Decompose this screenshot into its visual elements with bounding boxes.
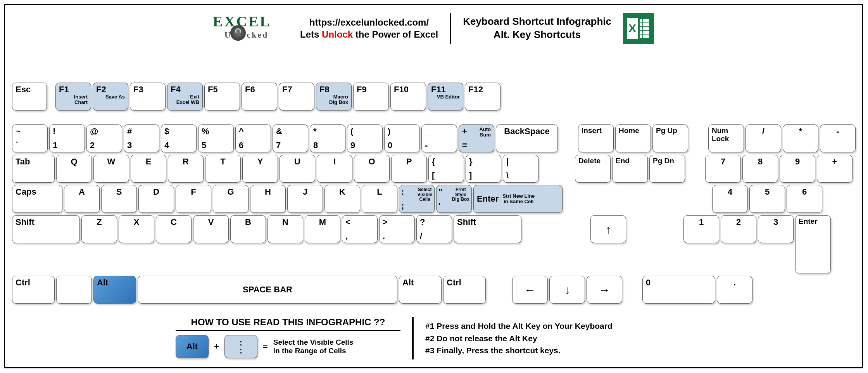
key-quote: "' Frmt Style Dlg Box	[436, 185, 472, 213]
key-a: A	[64, 185, 100, 213]
key-backslash: |\	[503, 155, 538, 183]
key-3: #3	[124, 124, 159, 152]
example-plus: +	[214, 342, 219, 352]
lock-icon	[230, 25, 246, 41]
row-home: Caps A S D F G H J K L :; Select Visible…	[12, 185, 857, 213]
key-pgup: Pg Up	[652, 124, 688, 152]
key-q: Q	[56, 155, 92, 183]
row-ctrl: Ctrl Alt SPACE BAR Alt Ctrl ← ↓ → 0 .	[12, 276, 857, 304]
key-f2: F2Save As	[93, 83, 128, 111]
key-x: X	[119, 215, 154, 243]
infographic-frame: EXCEL Unlocked https://excelunlocked.com…	[4, 4, 863, 368]
key-arrow-left: ←	[512, 276, 548, 304]
key-shift-left: Shift	[12, 215, 80, 243]
key-dash: _-	[421, 124, 457, 152]
keyboard: Esc F1Insert Chart F2Save As F3 F4Exit E…	[12, 83, 857, 306]
key-num-dot: .	[717, 276, 752, 304]
key-tab: Tab	[12, 155, 55, 183]
key-v: V	[193, 215, 229, 243]
key-p: P	[391, 155, 427, 183]
key-shift-right: Shift	[454, 215, 521, 243]
key-y: Y	[242, 155, 278, 183]
excel-icon-x: X	[627, 18, 638, 39]
key-num-6: 6	[787, 185, 822, 213]
key-num-5: 5	[749, 185, 785, 213]
key-f4: F4Exit Excel WB	[167, 83, 203, 111]
key-7: &7	[273, 124, 308, 152]
key-b: B	[230, 215, 266, 243]
key-f12: F12	[465, 83, 500, 111]
key-alt-right: Alt	[399, 276, 442, 304]
excel-icon-sheet	[638, 18, 650, 39]
key-num-8: 8	[742, 155, 778, 183]
key-num-minus: -	[820, 124, 856, 152]
row-numbers: ~` !1 @2 #3 $4 %5 ^6 &7 *8 (9 )0 _- +Aut…	[12, 124, 857, 152]
key-8: *8	[310, 124, 345, 152]
key-caps: Caps	[12, 185, 62, 213]
row-function: Esc F1Insert Chart F2Save As F3 F4Exit E…	[12, 83, 857, 111]
key-tilde: ~`	[12, 124, 48, 152]
key-spacebar: SPACE BAR	[138, 276, 397, 304]
key-d: D	[138, 185, 174, 213]
key-r: R	[168, 155, 204, 183]
title-block: Keyboard Shortcut Infographic Alt. Key S…	[463, 15, 611, 41]
title-line2: Alt. Key Shortcuts	[463, 28, 611, 41]
key-u: U	[280, 155, 315, 183]
key-insert: Insert	[578, 124, 614, 152]
key-f9: F9	[353, 83, 389, 111]
key-numlock: Num Lock	[708, 124, 744, 152]
key-f6: F6	[242, 83, 277, 111]
key-enter: Enter Strt New Line in Same Cell	[473, 185, 563, 213]
key-9: (9	[347, 124, 383, 152]
key-num-2: 2	[721, 215, 756, 243]
key-m: M	[305, 215, 340, 243]
key-ctrl-left: Ctrl	[12, 276, 55, 304]
key-c: C	[156, 215, 192, 243]
key-5: %5	[198, 124, 234, 152]
key-f: F	[176, 185, 211, 213]
key-l: L	[362, 185, 397, 213]
key-z: Z	[81, 215, 117, 243]
key-num-7: 7	[705, 155, 741, 183]
key-win-left	[56, 276, 92, 304]
key-1: !1	[49, 124, 85, 152]
key-f11: F11VB Editor	[428, 83, 463, 111]
key-j: J	[287, 185, 323, 213]
key-bracket-left: {[	[428, 155, 464, 183]
key-comma: <,	[342, 215, 378, 243]
howto-example: Alt + : ; = Select the Visible Cells in …	[176, 335, 400, 358]
key-arrow-up: ↑	[590, 215, 626, 243]
key-equals: +Auto Sum =	[459, 124, 494, 152]
key-f8: F8Macro Dlg Box	[316, 83, 352, 111]
howto-block: HOW TO USE READ THIS INFOGRAPHIC ?? Alt …	[176, 317, 400, 358]
header: EXCEL Unlocked https://excelunlocked.com…	[5, 5, 862, 48]
key-num-3: 3	[758, 215, 794, 243]
key-num-enter: Enter	[795, 215, 831, 273]
key-k: K	[324, 185, 360, 213]
key-home: Home	[615, 124, 651, 152]
key-num-4: 4	[712, 185, 748, 213]
key-4: $4	[161, 124, 197, 152]
key-6: ^6	[235, 124, 271, 152]
key-n: N	[267, 215, 303, 243]
key-w: W	[93, 155, 129, 183]
key-num-0: 0	[642, 276, 715, 304]
key-f10: F10	[390, 83, 426, 111]
key-backspace: BackSpace	[496, 124, 558, 152]
example-equals: =	[263, 342, 268, 352]
key-t: T	[205, 155, 241, 183]
key-num-plus: +	[817, 155, 852, 183]
howto-title: HOW TO USE READ THIS INFOGRAPHIC ??	[176, 317, 400, 331]
key-f7: F7	[279, 83, 314, 111]
step-1: #1 Press and Hold the Alt Key on Your Ke…	[425, 320, 613, 332]
key-slash: ?/	[416, 215, 452, 243]
key-esc: Esc	[12, 83, 47, 111]
footer-instructions: HOW TO USE READ THIS INFOGRAPHIC ?? Alt …	[176, 317, 613, 359]
logo-block: EXCEL Unlocked https://excelunlocked.com…	[213, 13, 438, 44]
key-period: >.	[379, 215, 415, 243]
footer-divider	[412, 317, 414, 359]
key-alt-left: Alt	[93, 276, 136, 304]
key-f3: F3	[130, 83, 166, 111]
row-bottom: Shift Z X C V B N M <, >. ?/ Shift ↑ 1 2…	[12, 215, 857, 273]
example-result: Select the Visible Cells in the Range of…	[273, 338, 359, 355]
